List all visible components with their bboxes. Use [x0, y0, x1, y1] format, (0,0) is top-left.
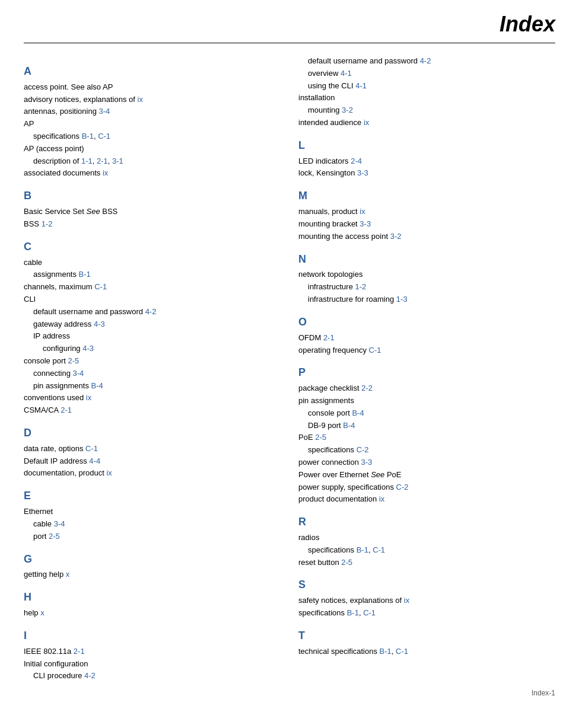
- index-link[interactable]: C-1: [94, 282, 107, 291]
- index-link[interactable]: 3-3: [360, 219, 371, 228]
- index-link[interactable]: ix: [404, 596, 409, 605]
- index-link[interactable]: C-1: [373, 545, 385, 554]
- index-link[interactable]: 2-5: [68, 356, 79, 365]
- index-text: pin assignments: [298, 396, 354, 405]
- index-text: help: [24, 608, 40, 617]
- index-link[interactable]: 2-2: [361, 384, 373, 392]
- index-link[interactable]: B-1: [380, 647, 392, 656]
- index-text: installation: [298, 93, 335, 102]
- index-link[interactable]: 3-4: [73, 369, 84, 378]
- page-title: Index: [24, 12, 555, 43]
- index-text: CLI: [24, 295, 36, 304]
- index-link[interactable]: ix: [360, 207, 365, 216]
- index-link[interactable]: 3-4: [54, 519, 65, 528]
- index-entry: OFDM 2-1: [298, 332, 555, 344]
- index-text: LED indicators: [298, 157, 351, 165]
- index-link[interactable]: C-2: [396, 483, 409, 491]
- index-text: gateway address: [33, 320, 94, 328]
- index-entry: installation: [298, 92, 555, 104]
- index-link[interactable]: B-4: [91, 381, 103, 390]
- index-link[interactable]: ix: [364, 118, 369, 127]
- index-link[interactable]: ix: [138, 95, 143, 104]
- index-link[interactable]: ix: [379, 494, 384, 503]
- index-link[interactable]: C-1: [363, 608, 376, 617]
- index-link[interactable]: C-1: [85, 444, 98, 453]
- index-entry: cable 3-4: [24, 518, 281, 531]
- index-link[interactable]: 3-2: [342, 106, 353, 114]
- index-entry: AP: [24, 118, 281, 130]
- index-text: intended audience: [298, 118, 364, 127]
- index-link[interactable]: 4-1: [355, 81, 367, 90]
- index-link[interactable]: B-4: [352, 408, 364, 417]
- index-entry: Basic Service Set See BSS: [24, 206, 281, 218]
- index-link[interactable]: 1-3: [396, 295, 408, 304]
- index-link[interactable]: C-1: [369, 346, 381, 355]
- index-link[interactable]: B-1: [357, 545, 368, 554]
- index-link[interactable]: 4-4: [89, 456, 100, 465]
- index-link[interactable]: 3-2: [390, 232, 402, 241]
- index-link[interactable]: C-1: [396, 647, 408, 656]
- index-entry: CSMA/CA 2-1: [24, 404, 281, 417]
- index-link[interactable]: B-1: [82, 132, 94, 141]
- index-link[interactable]: 2-1: [323, 333, 335, 342]
- index-link[interactable]: 2-5: [341, 558, 352, 567]
- index-link[interactable]: B-4: [343, 421, 355, 430]
- index-link[interactable]: 2-4: [351, 157, 362, 165]
- index-entry: overview 4-1: [298, 68, 555, 80]
- index-text: OFDM: [298, 333, 323, 342]
- index-link[interactable]: 1-2: [42, 219, 53, 228]
- index-link[interactable]: 4-3: [94, 320, 105, 328]
- index-link[interactable]: ix: [103, 168, 108, 177]
- index-entry: LED indicators 2-4: [298, 155, 555, 168]
- index-text: getting help: [24, 570, 66, 579]
- index-entry: Default IP address 4-4: [24, 455, 281, 468]
- index-link[interactable]: 4-2: [420, 56, 431, 65]
- index-text: specifications: [308, 445, 357, 454]
- index-entry: Initial configuration: [24, 658, 281, 670]
- index-entry: safety notices, explanations of ix: [298, 595, 555, 607]
- index-link[interactable]: 4-2: [145, 307, 157, 316]
- index-link[interactable]: 2-1: [61, 405, 72, 414]
- index-link[interactable]: 1-1: [81, 157, 93, 165]
- index-text: BSS: [24, 219, 42, 228]
- index-link[interactable]: 3-3: [361, 458, 373, 467]
- index-text: description of: [33, 157, 81, 165]
- index-text: pin assignments: [33, 381, 91, 390]
- index-text: operating frequency: [298, 346, 369, 355]
- index-text: mounting the access point: [298, 232, 390, 241]
- index-link[interactable]: 3-1: [112, 157, 123, 165]
- index-entry: product documentation ix: [298, 493, 555, 506]
- index-text: infrastructure: [308, 282, 355, 291]
- index-link[interactable]: 2-5: [315, 433, 326, 442]
- index-text: Initial configuration: [24, 659, 88, 668]
- index-link[interactable]: B-1: [79, 270, 91, 279]
- index-link[interactable]: C-2: [357, 445, 369, 454]
- index-link[interactable]: 2-1: [74, 647, 85, 656]
- index-link[interactable]: 1-2: [355, 282, 366, 291]
- index-link[interactable]: 3-4: [98, 107, 110, 116]
- index-text: product documentation: [298, 494, 379, 503]
- section-letter-a: A: [24, 63, 281, 80]
- index-link[interactable]: ix: [106, 468, 112, 477]
- index-text: data rate, options: [24, 444, 85, 453]
- index-link[interactable]: C-1: [98, 132, 110, 141]
- index-link[interactable]: 2-1: [97, 157, 108, 165]
- index-link[interactable]: x: [66, 570, 70, 579]
- index-entry: mounting 3-2: [298, 104, 555, 117]
- index-link[interactable]: 2-5: [49, 532, 60, 541]
- index-text: AP (access point): [24, 144, 84, 153]
- index-entry: port 2-5: [24, 531, 281, 543]
- index-entry: Ethernet: [24, 506, 281, 518]
- index-link[interactable]: 4-1: [341, 69, 352, 78]
- index-link[interactable]: ix: [86, 393, 91, 402]
- index-link[interactable]: 3-3: [357, 168, 368, 177]
- index-text: configuring: [43, 344, 82, 353]
- index-link[interactable]: 4-2: [84, 671, 96, 680]
- index-link[interactable]: 4-3: [82, 344, 94, 353]
- index-link[interactable]: B-1: [347, 608, 359, 617]
- index-italic: See: [87, 207, 100, 216]
- index-text: specifications: [298, 608, 347, 617]
- index-entry: network topologies: [298, 269, 555, 281]
- index-text: infrastructure for roaming: [308, 295, 396, 304]
- index-link[interactable]: x: [40, 608, 44, 617]
